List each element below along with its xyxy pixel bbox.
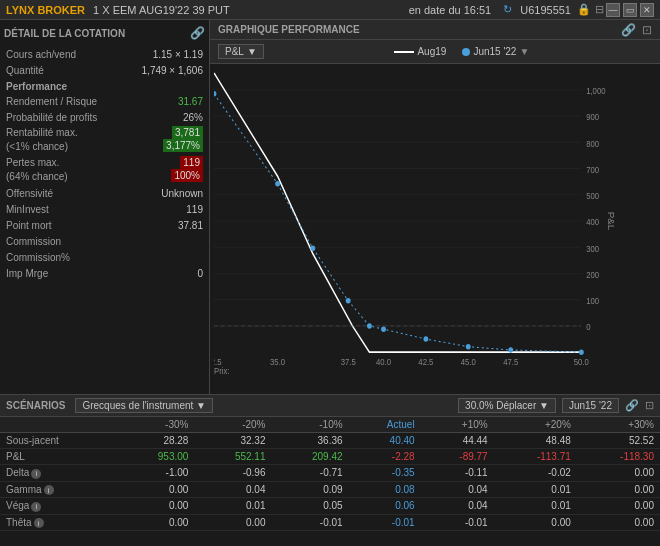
performance-section: Performance xyxy=(4,78,205,93)
info-icon[interactable]: i xyxy=(31,502,41,512)
instrument-title: 1 X EEM AUG19'22 39 PUT xyxy=(93,4,409,16)
refresh-icon[interactable]: ↻ xyxy=(503,3,512,16)
svg-point-31 xyxy=(508,347,513,352)
table-row: Sous-jacent28.2832.3236.3640.4044.4448.4… xyxy=(0,433,660,449)
cell-4-3: 0.06 xyxy=(349,498,421,515)
restore-button[interactable]: ▭ xyxy=(623,3,637,17)
quantite-row: Quantité 1,749 × 1,606 xyxy=(4,62,205,78)
expand-icon[interactable]: ⊡ xyxy=(642,23,652,37)
date-dropdown[interactable]: Jun15 '22 xyxy=(562,398,619,413)
cell-4-6: 0.00 xyxy=(577,498,660,515)
row-label-0: Sous-jacent xyxy=(0,433,117,449)
svg-text:47.5: 47.5 xyxy=(503,358,518,368)
col-header-actual: Actuel xyxy=(349,417,421,433)
cell-2-5: -0.02 xyxy=(494,465,577,482)
svg-point-26 xyxy=(346,298,351,303)
account-id: U6195551 xyxy=(520,4,571,16)
prob-label: Probabilité de profits xyxy=(6,112,97,123)
col-header-m30: -30% xyxy=(117,417,194,433)
link-icon-chart[interactable]: 🔗 xyxy=(621,23,636,37)
shift-dropdown[interactable]: 30.0% Déplacer ▼ xyxy=(458,398,556,413)
cours-value: 1.15 × 1.19 xyxy=(153,49,203,60)
minimize-button[interactable]: — xyxy=(606,3,620,17)
row-label-5: Thêtai xyxy=(0,514,117,531)
info-icon[interactable]: i xyxy=(31,469,41,479)
rendement-value: 31.67 xyxy=(178,96,203,107)
cell-1-3: -2.28 xyxy=(349,449,421,465)
left-panel-header: DÉTAIL DE LA COTATION 🔗 xyxy=(4,24,205,42)
cell-0-3: 40.40 xyxy=(349,433,421,449)
pertes-max-values: 119 100% xyxy=(171,156,203,182)
scenarios-header: SCÉNARIOS Grecques de l'instrument ▼ 30.… xyxy=(0,395,660,417)
cell-2-0: -1.00 xyxy=(117,465,194,482)
commission-label: Commission xyxy=(6,236,61,247)
cell-1-6: -118.30 xyxy=(577,449,660,465)
close-button[interactable]: ✕ xyxy=(640,3,654,17)
svg-point-25 xyxy=(310,246,315,251)
col-header-p30: +30% xyxy=(577,417,660,433)
link-icon-scenarios[interactable]: 🔗 xyxy=(625,399,639,412)
cell-5-4: -0.01 xyxy=(421,514,494,531)
cell-5-0: 0.00 xyxy=(117,514,194,531)
svg-text:100: 100 xyxy=(586,297,599,307)
lock-icon: 🔒 xyxy=(577,3,591,16)
quantite-label: Quantité xyxy=(6,65,44,76)
col-header-p10: +10% xyxy=(421,417,494,433)
rendement-row: Rendement / Risque 31.67 xyxy=(4,93,205,109)
logo: LYNX BROKER xyxy=(6,4,85,16)
col-header-p20: +20% xyxy=(494,417,577,433)
left-panel-title: DÉTAIL DE LA COTATION xyxy=(4,28,125,39)
legend-aug-label: Aug19 xyxy=(417,46,446,57)
svg-point-29 xyxy=(423,336,428,341)
row-label-1: P&L xyxy=(0,449,117,465)
imp-mrge-row: Imp Mrge 0 xyxy=(4,265,205,281)
cell-3-3: 0.08 xyxy=(349,481,421,498)
chart-area: 0 100 200 300 400 500 700 800 900 1,000 … xyxy=(210,64,660,394)
rent-max-label: Rentabilité max. (<1% chance) xyxy=(6,126,78,154)
chart-panel: GRAPHIQUE PERFORMANCE 🔗 ⊡ P&L ▼ Aug19 Ju… xyxy=(210,20,660,394)
mininvest-row: MinInvest 119 xyxy=(4,201,205,217)
chart-header: GRAPHIQUE PERFORMANCE 🔗 ⊡ xyxy=(210,20,660,40)
expand-scenarios-icon[interactable]: ⊡ xyxy=(645,399,654,412)
cell-4-1: 0.01 xyxy=(194,498,271,515)
info-icon[interactable]: i xyxy=(44,485,54,495)
commission-pct-row: Commission% xyxy=(4,249,205,265)
cell-0-4: 44.44 xyxy=(421,433,494,449)
legend-aug19: Aug19 xyxy=(394,46,446,57)
scenarios-right-controls: 30.0% Déplacer ▼ Jun15 '22 🔗 ⊡ xyxy=(458,398,654,413)
link-icon-left[interactable]: 🔗 xyxy=(190,26,205,40)
pertes-value2: 100% xyxy=(171,169,203,182)
pl-dropdown[interactable]: P&L ▼ xyxy=(218,44,264,59)
cell-5-5: 0.00 xyxy=(494,514,577,531)
performance-chart: 0 100 200 300 400 500 700 800 900 1,000 … xyxy=(214,68,620,374)
svg-text:0: 0 xyxy=(586,323,591,333)
chart-title: GRAPHIQUE PERFORMANCE xyxy=(218,24,360,35)
svg-point-27 xyxy=(367,323,372,328)
legend-jun-dropdown[interactable]: ▼ xyxy=(519,46,529,57)
legend-line-aug xyxy=(394,51,414,53)
cell-2-3: -0.35 xyxy=(349,465,421,482)
cell-3-6: 0.00 xyxy=(577,481,660,498)
info-icon[interactable]: i xyxy=(34,518,44,528)
cell-4-0: 0.00 xyxy=(117,498,194,515)
commission-pct-label: Commission% xyxy=(6,252,70,263)
cell-1-2: 209.42 xyxy=(272,449,349,465)
svg-point-30 xyxy=(466,344,471,349)
svg-text:800: 800 xyxy=(586,139,599,149)
table-row: Deltai-1.00-0.96-0.71-0.35-0.11-0.020.00 xyxy=(0,465,660,482)
cell-3-2: 0.09 xyxy=(272,481,349,498)
prob-value: 26% xyxy=(183,112,203,123)
grecques-dropdown[interactable]: Grecques de l'instrument ▼ xyxy=(75,398,213,413)
svg-point-24 xyxy=(275,181,280,186)
imp-mrge-label: Imp Mrge xyxy=(6,268,48,279)
cell-2-1: -0.96 xyxy=(194,465,271,482)
cell-0-6: 52.52 xyxy=(577,433,660,449)
imp-mrge-value: 0 xyxy=(197,268,203,279)
cell-0-1: 32.32 xyxy=(194,433,271,449)
svg-text:37.5: 37.5 xyxy=(341,358,356,368)
cell-5-3: -0.01 xyxy=(349,514,421,531)
col-header-m10: -10% xyxy=(272,417,349,433)
cell-5-6: 0.00 xyxy=(577,514,660,531)
settings-icon[interactable]: ⊟ xyxy=(595,3,604,16)
cell-4-2: 0.05 xyxy=(272,498,349,515)
